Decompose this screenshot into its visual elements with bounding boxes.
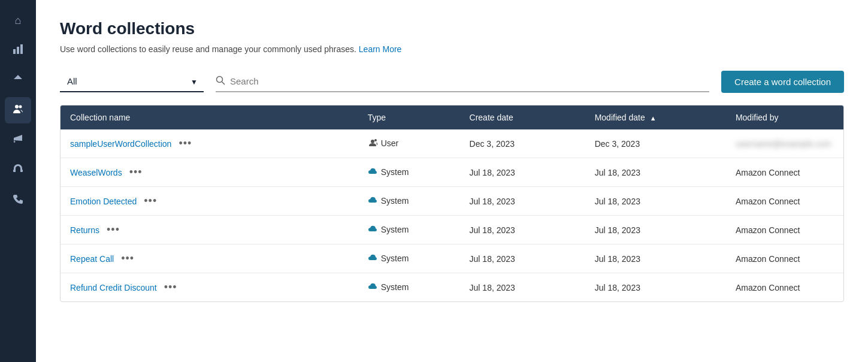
modified-date-cell: Jul 18, 2023 [585,158,726,187]
type-label: System [381,167,409,177]
collection-name-link[interactable]: Repeat Call [70,254,114,264]
sidebar-item-calls[interactable] [5,187,31,213]
row-actions-menu[interactable]: ••• [104,224,122,236]
table-row: Returns••• SystemJul 18, 2023Jul 18, 202… [61,216,843,245]
type-cell: System [368,225,409,234]
table-row: Emotion Detected••• SystemJul 18, 2023Ju… [61,187,843,216]
search-icon [216,76,225,88]
analytics-icon [12,43,24,58]
home-icon: ⌂ [15,14,22,27]
create-date-cell: Jul 18, 2023 [460,216,585,245]
create-date-cell: Dec 3, 2023 [460,129,585,158]
sidebar-item-headset[interactable] [5,157,31,183]
header-modified-by: Modified by [726,105,843,129]
campaigns-icon [12,133,24,148]
row-actions-menu[interactable]: ••• [141,195,159,207]
create-date-cell: Jul 18, 2023 [460,187,585,216]
row-actions-menu[interactable]: ••• [119,252,137,265]
collection-name-link[interactable]: Emotion Detected [70,197,137,206]
page-title: Word collections [60,19,844,38]
header-modified-date[interactable]: Modified date ▲ [585,105,726,129]
header-create-date: Create date [460,105,585,129]
calls-icon [12,193,24,208]
svg-rect-5 [13,170,15,172]
create-date-cell: Jul 18, 2023 [460,245,585,273]
sidebar-item-analytics[interactable] [5,37,31,64]
svg-rect-0 [13,49,16,54]
table-row: Refund Credit Discount••• SystemJul 18, … [61,273,843,302]
svg-rect-6 [21,170,23,172]
header-collection-name: Collection name [61,105,358,129]
create-word-collection-button[interactable]: Create a word collection [721,71,844,93]
type-label: System [381,196,409,206]
table-row: Repeat Call••• SystemJul 18, 2023Jul 18,… [61,245,843,273]
collection-name-link[interactable]: Refund Credit Discount [70,283,157,292]
svg-point-4 [19,105,22,108]
modified-by-cell: Amazon Connect [726,245,843,273]
modified-date-cell: Jul 18, 2023 [585,245,726,273]
create-date-cell: Jul 18, 2023 [460,273,585,302]
search-wrapper [216,72,709,92]
svg-line-8 [222,82,225,85]
toolbar: All User System ▼ Create a word collecti… [60,71,844,93]
modified-date-cell: Jul 18, 2023 [585,273,726,302]
modified-date-cell: Dec 3, 2023 [585,129,726,158]
modified-by-cell: username@example.com [726,129,843,158]
users-icon [12,103,24,118]
table-row: sampleUserWordCollection••• UserDec 3, 2… [61,129,843,158]
filter-select-wrapper: All User System ▼ [60,71,204,92]
type-label: System [381,282,409,292]
modified-date-cell: Jul 18, 2023 [585,187,726,216]
modified-by-cell: Amazon Connect [726,216,843,245]
collection-name-link[interactable]: sampleUserWordCollection [70,139,171,149]
collection-name-link[interactable]: Returns [70,225,99,235]
main-content: Word collections Use word collections to… [36,0,868,362]
header-type: Type [358,105,460,129]
row-actions-menu[interactable]: ••• [127,166,145,179]
type-cell: System [368,282,409,292]
type-cell: System [368,196,409,206]
svg-point-3 [15,105,19,108]
blurred-username: username@example.com [736,139,831,149]
svg-rect-2 [20,44,23,54]
type-label: System [381,254,409,263]
table-header-row: Collection name Type Create date Modifie… [61,105,843,129]
row-actions-menu[interactable]: ••• [176,137,194,150]
modified-by-cell: Amazon Connect [726,273,843,302]
table-row: WeaselWords••• SystemJul 18, 2023Jul 18,… [61,158,843,187]
collection-name-link[interactable]: WeaselWords [70,168,122,177]
filter-select[interactable]: All User System [60,71,204,92]
svg-point-7 [217,76,223,82]
routing-icon [12,73,24,88]
search-input[interactable] [230,76,709,86]
sidebar-item-routing[interactable] [5,67,31,93]
create-date-cell: Jul 18, 2023 [460,158,585,187]
sidebar-item-home[interactable]: ⌂ [5,7,31,34]
description-text: Use word collections to easily reuse and… [60,44,356,54]
sidebar-item-campaigns[interactable] [5,127,31,153]
modified-date-cell: Jul 18, 2023 [585,216,726,245]
type-label: System [381,225,409,234]
sort-asc-icon: ▲ [650,114,657,122]
row-actions-menu[interactable]: ••• [162,281,180,294]
type-cell: User [368,138,399,148]
sidebar: ⌂ [0,0,36,362]
type-cell: System [368,167,409,177]
learn-more-link[interactable]: Learn More [359,44,402,54]
sidebar-item-users[interactable] [5,97,31,123]
word-collections-table: Collection name Type Create date Modifie… [60,105,844,302]
modified-by-cell: Amazon Connect [726,158,843,187]
svg-rect-1 [17,47,19,54]
type-label: User [381,138,399,148]
headset-icon [12,163,24,178]
page-description: Use word collections to easily reuse and… [60,44,844,54]
modified-by-cell: Amazon Connect [726,187,843,216]
type-cell: System [368,254,409,263]
